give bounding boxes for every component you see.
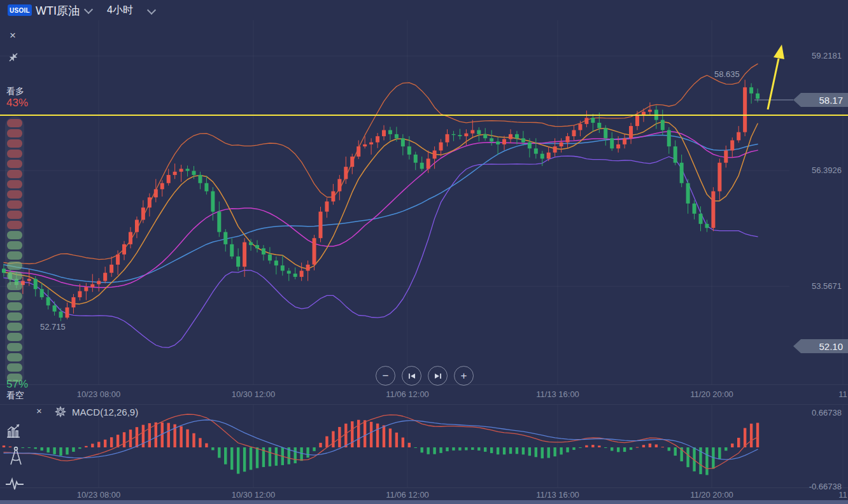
macd-indicator-title: MACD(12,26,9) [72,407,138,417]
candlestick [578,124,582,130]
macd-histogram-bar [674,447,677,456]
macd-histogram-bar [123,432,125,447]
macd-histogram-bar [66,447,68,454]
gauge-segment-bear [7,312,22,321]
candlestick [293,274,297,277]
candlestick [610,138,614,148]
candlestick [46,297,50,305]
candlestick [597,123,601,128]
high-price-annotation: 58.635 [714,69,740,79]
macd-settings-gear-icon[interactable] [55,406,66,417]
time-axis-label: 11/06 12:00 [386,389,429,399]
price-tag: 58.17 [793,93,848,107]
up-arrow-annotation[interactable] [768,59,779,109]
horizontal-scrollbar[interactable] [0,500,848,504]
gauge-segment-bear [7,231,22,239]
drawing-compass-icon[interactable] [8,445,24,468]
gauge-segment-bear [7,374,22,382]
candlestick [470,130,474,133]
candlestick [439,143,443,151]
candlestick [693,204,696,214]
macd-histogram-bar [465,447,467,451]
candlestick [103,273,107,281]
gauge-segment-bear [7,333,22,341]
candlestick [661,120,665,130]
candlestick [363,144,367,146]
go-to-start-button[interactable] [402,366,421,386]
candlestick [319,212,323,239]
macd-histogram-bar [433,447,435,454]
skip-start-icon [408,372,416,380]
up-arrow-head [774,45,784,59]
macd-histogram-bar [535,447,537,457]
candlestick [376,136,379,143]
zoom-in-button[interactable]: + [454,366,474,386]
candlestick [648,109,652,111]
candlestick [148,197,152,207]
macd-histogram-bar [167,423,170,447]
collapse-icon[interactable] [8,52,19,63]
macd-histogram-bar [655,444,658,447]
candlestick [711,192,715,228]
candlestick [192,171,196,175]
pulse-line-icon[interactable] [5,476,24,493]
macd-histogram-bar [705,447,708,475]
candlestick [287,270,291,273]
candlestick [749,87,753,94]
low-price-annotation: 52.715 [40,322,66,332]
candlestick [737,132,740,141]
macd-histogram-bar [136,427,138,447]
price-axis-label: 59.2181 [791,51,842,60]
macd-histogram-bar [718,447,721,459]
close-icon[interactable]: × [10,30,16,41]
time-axis-label: 11/06 12:00 [386,490,429,500]
candlestick [705,224,709,228]
candlestick [71,297,75,307]
gauge-segment-bear [7,251,22,260]
time-axis-label: 11/13 16:00 [536,389,579,399]
candlestick [249,242,253,245]
macd-histogram-bar [117,435,119,447]
macd-histogram-bar [224,447,227,465]
zoom-out-button[interactable]: − [376,366,395,386]
gauge-segment-bear [7,262,22,270]
macd-histogram-bar [155,423,157,447]
time-axis-label: 11/20 20:00 [690,490,733,500]
macd-histogram-bar [548,447,550,458]
macd-histogram-bar [97,442,100,447]
go-to-end-button[interactable] [428,366,448,386]
macd-histogram-bar [591,445,594,447]
macd-histogram-bar [256,447,258,468]
time-axis-label: 11/20 20:00 [690,389,733,399]
macd-close-icon[interactable]: × [36,406,42,416]
candlestick [40,289,44,297]
macd-histogram-bar [313,447,315,451]
macd-histogram-bar [383,425,385,447]
indicator-chart-icon[interactable] [5,423,22,439]
macd-histogram-bar [402,438,404,447]
gauge-segment-bull [7,190,22,199]
symbol-selector[interactable]: WTI原油 [36,3,80,18]
candlestick [204,183,208,192]
trading-app: USOIL WTI原油 4小时 × 看多 43% 57% 看空 58.635 5… [0,0,848,504]
timeframe-selector[interactable]: 4小时 [107,4,133,17]
macd-histogram-bar [199,438,201,447]
candlestick [300,270,304,277]
macd-histogram-bar [756,423,759,447]
candlestick [90,284,94,287]
macd-histogram-bar [649,444,651,447]
candlestick [66,307,69,318]
macd-histogram-bar [395,433,398,447]
candlestick [572,130,576,136]
symbol-badge: USOIL [8,4,32,16]
candlestick [502,139,506,144]
candlestick [560,143,563,146]
candlestick [116,255,120,265]
macd-histogram-bar [269,447,271,466]
macd-histogram-bar [598,445,600,447]
gauge-segment-bull [7,119,22,127]
candlestick [420,163,424,169]
macd-histogram-bar [357,420,360,447]
macd-histogram-bar [243,447,246,472]
macd-histogram-bar [452,447,455,451]
